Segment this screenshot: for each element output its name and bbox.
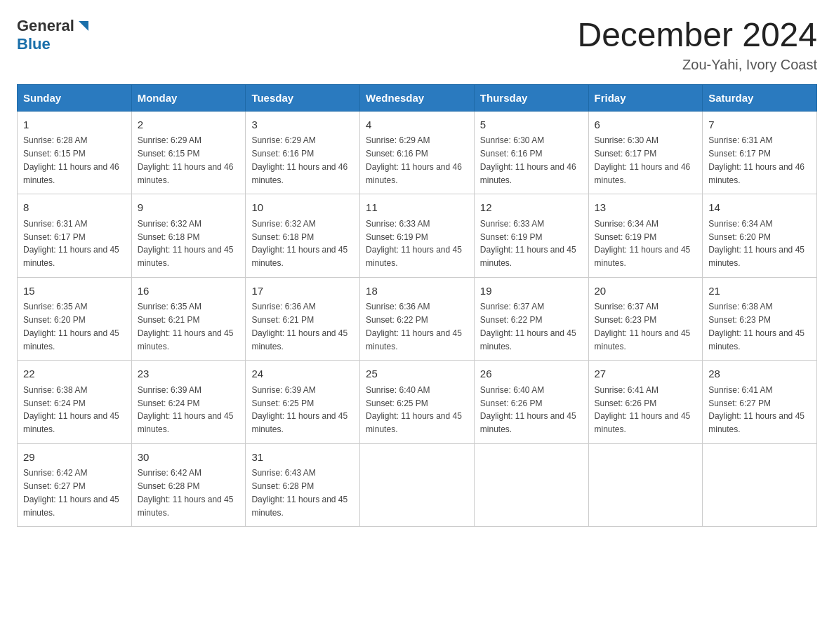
calendar-table: SundayMondayTuesdayWednesdayThursdayFrid… — [17, 84, 817, 528]
location-subtitle: Zou-Yahi, Ivory Coast — [577, 57, 817, 73]
calendar-cell: 28 Sunrise: 6:41 AMSunset: 6:27 PMDaylig… — [703, 361, 817, 444]
day-number: 9 — [138, 200, 240, 216]
day-number: 14 — [708, 200, 811, 216]
day-info: Sunrise: 6:33 AMSunset: 6:19 PMDaylight:… — [366, 219, 462, 268]
weekday-header-tuesday: Tuesday — [246, 84, 360, 111]
weekday-header-wednesday: Wednesday — [360, 84, 475, 111]
day-number: 12 — [480, 200, 583, 216]
month-year-title: December 2024 — [577, 17, 817, 54]
day-info: Sunrise: 6:35 AMSunset: 6:20 PMDaylight:… — [23, 302, 119, 351]
calendar-cell: 22 Sunrise: 6:38 AMSunset: 6:24 PMDaylig… — [18, 361, 132, 444]
day-number: 26 — [480, 366, 583, 382]
calendar-cell: 18 Sunrise: 6:36 AMSunset: 6:22 PMDaylig… — [360, 277, 475, 361]
weekday-header-monday: Monday — [131, 84, 246, 111]
day-info: Sunrise: 6:42 AMSunset: 6:27 PMDaylight:… — [23, 468, 119, 517]
day-info: Sunrise: 6:35 AMSunset: 6:21 PMDaylight:… — [138, 302, 234, 351]
day-info: Sunrise: 6:40 AMSunset: 6:25 PMDaylight:… — [366, 385, 462, 434]
page-header: General Blue December 2024 Zou-Yahi, Ivo… — [17, 17, 817, 73]
calendar-cell: 13 Sunrise: 6:34 AMSunset: 6:19 PMDaylig… — [588, 194, 703, 278]
day-info: Sunrise: 6:42 AMSunset: 6:28 PMDaylight:… — [138, 468, 234, 517]
day-number: 18 — [366, 283, 468, 300]
calendar-week-row: 8 Sunrise: 6:31 AMSunset: 6:17 PMDayligh… — [18, 194, 817, 278]
logo: General Blue — [17, 17, 91, 53]
calendar-cell: 14 Sunrise: 6:34 AMSunset: 6:20 PMDaylig… — [703, 194, 817, 278]
calendar-cell — [360, 443, 475, 527]
day-info: Sunrise: 6:31 AMSunset: 6:17 PMDaylight:… — [708, 135, 805, 185]
day-info: Sunrise: 6:36 AMSunset: 6:21 PMDaylight:… — [251, 302, 348, 351]
day-number: 13 — [595, 200, 697, 216]
calendar-cell: 26 Sunrise: 6:40 AMSunset: 6:26 PMDaylig… — [474, 361, 588, 444]
title-section: December 2024 Zou-Yahi, Ivory Coast — [577, 17, 817, 73]
day-number: 20 — [595, 283, 697, 300]
calendar-week-row: 1 Sunrise: 6:28 AMSunset: 6:15 PMDayligh… — [18, 111, 817, 194]
calendar-cell: 20 Sunrise: 6:37 AMSunset: 6:23 PMDaylig… — [588, 277, 703, 361]
day-number: 5 — [480, 117, 583, 133]
day-info: Sunrise: 6:34 AMSunset: 6:19 PMDaylight:… — [595, 219, 691, 268]
calendar-cell: 23 Sunrise: 6:39 AMSunset: 6:24 PMDaylig… — [131, 361, 246, 444]
weekday-header-friday: Friday — [588, 84, 703, 111]
logo-triangle-icon — [76, 18, 91, 34]
calendar-cell: 11 Sunrise: 6:33 AMSunset: 6:19 PMDaylig… — [360, 194, 475, 278]
day-number: 10 — [251, 200, 354, 216]
day-number: 6 — [595, 117, 697, 133]
weekday-header-sunday: Sunday — [18, 84, 132, 111]
weekday-header-saturday: Saturday — [703, 84, 817, 111]
calendar-cell: 7 Sunrise: 6:31 AMSunset: 6:17 PMDayligh… — [703, 111, 817, 194]
day-number: 19 — [480, 283, 583, 300]
day-number: 23 — [138, 366, 240, 382]
day-number: 30 — [138, 450, 240, 466]
calendar-week-row: 29 Sunrise: 6:42 AMSunset: 6:27 PMDaylig… — [18, 443, 817, 527]
day-number: 24 — [251, 366, 354, 382]
weekday-header-row: SundayMondayTuesdayWednesdayThursdayFrid… — [18, 84, 817, 111]
day-number: 2 — [138, 117, 240, 133]
calendar-cell: 27 Sunrise: 6:41 AMSunset: 6:26 PMDaylig… — [588, 361, 703, 444]
calendar-cell: 16 Sunrise: 6:35 AMSunset: 6:21 PMDaylig… — [131, 277, 246, 361]
calendar-cell — [703, 443, 817, 527]
calendar-cell: 6 Sunrise: 6:30 AMSunset: 6:17 PMDayligh… — [588, 111, 703, 194]
day-info: Sunrise: 6:33 AMSunset: 6:19 PMDaylight:… — [480, 219, 576, 268]
day-number: 17 — [251, 283, 354, 300]
day-info: Sunrise: 6:39 AMSunset: 6:24 PMDaylight:… — [138, 385, 234, 434]
day-number: 11 — [366, 200, 468, 216]
day-number: 29 — [23, 450, 126, 466]
day-info: Sunrise: 6:31 AMSunset: 6:17 PMDaylight:… — [23, 219, 119, 268]
svg-marker-0 — [79, 21, 88, 31]
calendar-cell: 5 Sunrise: 6:30 AMSunset: 6:16 PMDayligh… — [474, 111, 588, 194]
day-number: 27 — [595, 366, 697, 382]
day-info: Sunrise: 6:32 AMSunset: 6:18 PMDaylight:… — [138, 219, 234, 268]
day-number: 16 — [138, 283, 240, 300]
day-info: Sunrise: 6:36 AMSunset: 6:22 PMDaylight:… — [366, 302, 462, 351]
weekday-header-thursday: Thursday — [474, 84, 588, 111]
calendar-cell — [474, 443, 588, 527]
day-number: 1 — [23, 117, 126, 133]
calendar-cell: 4 Sunrise: 6:29 AMSunset: 6:16 PMDayligh… — [360, 111, 475, 194]
calendar-cell: 29 Sunrise: 6:42 AMSunset: 6:27 PMDaylig… — [18, 443, 132, 527]
calendar-cell: 25 Sunrise: 6:40 AMSunset: 6:25 PMDaylig… — [360, 361, 475, 444]
day-info: Sunrise: 6:41 AMSunset: 6:26 PMDaylight:… — [595, 385, 691, 434]
day-info: Sunrise: 6:37 AMSunset: 6:23 PMDaylight:… — [595, 302, 691, 351]
calendar-cell: 1 Sunrise: 6:28 AMSunset: 6:15 PMDayligh… — [18, 111, 132, 194]
day-info: Sunrise: 6:28 AMSunset: 6:15 PMDaylight:… — [23, 135, 119, 185]
day-number: 31 — [251, 450, 354, 466]
day-info: Sunrise: 6:29 AMSunset: 6:16 PMDaylight:… — [251, 135, 348, 185]
calendar-week-row: 15 Sunrise: 6:35 AMSunset: 6:20 PMDaylig… — [18, 277, 817, 361]
calendar-cell: 17 Sunrise: 6:36 AMSunset: 6:21 PMDaylig… — [246, 277, 360, 361]
calendar-cell: 2 Sunrise: 6:29 AMSunset: 6:15 PMDayligh… — [131, 111, 246, 194]
calendar-cell: 9 Sunrise: 6:32 AMSunset: 6:18 PMDayligh… — [131, 194, 246, 278]
day-number: 4 — [366, 117, 468, 133]
day-info: Sunrise: 6:34 AMSunset: 6:20 PMDaylight:… — [708, 219, 805, 268]
day-info: Sunrise: 6:29 AMSunset: 6:15 PMDaylight:… — [138, 135, 234, 185]
day-info: Sunrise: 6:38 AMSunset: 6:24 PMDaylight:… — [23, 385, 119, 434]
day-number: 15 — [23, 283, 126, 300]
calendar-week-row: 22 Sunrise: 6:38 AMSunset: 6:24 PMDaylig… — [18, 361, 817, 444]
day-number: 22 — [23, 366, 126, 382]
day-number: 28 — [708, 366, 811, 382]
calendar-cell: 15 Sunrise: 6:35 AMSunset: 6:20 PMDaylig… — [18, 277, 132, 361]
calendar-cell: 12 Sunrise: 6:33 AMSunset: 6:19 PMDaylig… — [474, 194, 588, 278]
calendar-cell: 30 Sunrise: 6:42 AMSunset: 6:28 PMDaylig… — [131, 443, 246, 527]
calendar-cell: 19 Sunrise: 6:37 AMSunset: 6:22 PMDaylig… — [474, 277, 588, 361]
calendar-cell: 21 Sunrise: 6:38 AMSunset: 6:23 PMDaylig… — [703, 277, 817, 361]
day-number: 7 — [708, 117, 811, 133]
day-info: Sunrise: 6:41 AMSunset: 6:27 PMDaylight:… — [708, 385, 805, 434]
calendar-cell: 3 Sunrise: 6:29 AMSunset: 6:16 PMDayligh… — [246, 111, 360, 194]
